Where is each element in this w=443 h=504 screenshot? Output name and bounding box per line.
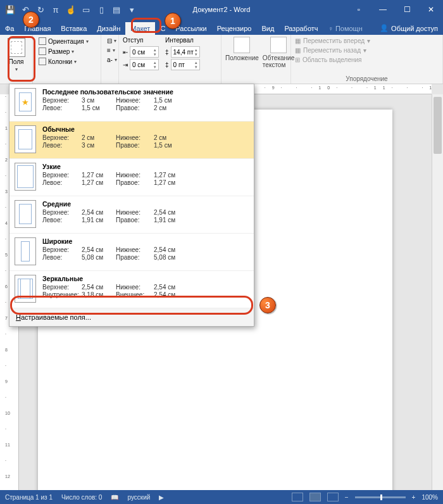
touch-icon[interactable]: ☝ (65, 3, 77, 16)
indent-label: Отступ (123, 37, 159, 44)
close-button[interactable]: ✕ (419, 0, 443, 19)
margins-preset-icon (15, 88, 36, 116)
margins-preset-title: Последнее пользовательское значение (42, 88, 249, 96)
window-title: Документ2 - Word (193, 6, 251, 13)
position-button[interactable]: Положение (225, 37, 259, 61)
zoom-out-button[interactable]: − (345, 494, 349, 501)
share-button[interactable]: 👤 Общий доступ (375, 22, 443, 35)
status-bar: Страница 1 из 1 Число слов: 0 📖 русский … (0, 490, 443, 504)
view-print-button[interactable] (309, 493, 321, 501)
indent-left-input[interactable]: 0 см▴▾ (130, 46, 159, 58)
zoom-level[interactable]: 100% (421, 494, 438, 501)
margins-preset-icon (15, 125, 36, 153)
orientation-button[interactable]: Ориентация ▾ (37, 37, 97, 46)
wrap-text-button[interactable]: Обтекание текстом (263, 37, 294, 68)
save-icon[interactable]: 💾 (4, 3, 16, 16)
view-read-button[interactable] (292, 493, 303, 501)
zoom-in-button[interactable]: + (412, 494, 416, 501)
scrollbar-thumb[interactable] (434, 97, 442, 154)
margins-preset-title: Средние (42, 200, 249, 208)
status-proofing-icon[interactable]: 📖 (111, 494, 118, 501)
status-macro-icon[interactable]: ▶ (159, 494, 164, 501)
tab-file[interactable]: Фа (0, 22, 19, 35)
chevron-down-icon: ▾ (15, 66, 18, 72)
margins-preset-item[interactable]: Средние Верхнее:2,54 см Нижнее:2,54 см Л… (9, 196, 254, 234)
line-numbers-button[interactable]: ≡▾ (105, 46, 115, 54)
margins-dropdown: Последнее пользовательское значение Верх… (9, 84, 254, 327)
custom-margins-button[interactable]: Настраиваемые поля... (9, 308, 254, 326)
margins-preset-item[interactable]: Обычные Верхнее:2 см Нижнее:2 см Левое:3… (9, 122, 254, 159)
wrap-icon (270, 37, 287, 53)
margins-preset-title: Зеркальные (42, 275, 249, 282)
margins-preset-title: Обычные (42, 125, 249, 133)
title-bar: 💾 ↶ ↻ π ☝ ▭ ▯ ▤ ▾ Документ2 - Word ▫ — ☐… (0, 0, 443, 19)
tab-view[interactable]: Вид (256, 22, 279, 35)
status-words[interactable]: Число слов: 0 (61, 494, 102, 501)
qa-icon[interactable]: ▯ (95, 3, 108, 16)
columns-button[interactable]: Колонки ▾ (37, 57, 97, 66)
qa-icon[interactable]: π (49, 3, 62, 16)
margins-preset-title: Узкие (42, 163, 249, 170)
tab-layout[interactable]: Макет (125, 22, 155, 35)
qa-icon[interactable]: ▤ (110, 3, 123, 16)
spacing-after-input[interactable]: 0 пт▴▾ (171, 59, 200, 70)
margins-preset-icon (15, 237, 36, 265)
maximize-button[interactable]: ☐ (395, 0, 419, 19)
spacing-before-input[interactable]: 14,4 пт▴▾ (171, 46, 200, 58)
tab-insert[interactable]: Вставка (56, 22, 92, 35)
send-backward-button[interactable]: ▦ Переместить назад ▾ (295, 46, 439, 54)
margins-preset-item[interactable]: Последнее пользовательское значение Верх… (9, 84, 254, 122)
view-web-button[interactable] (327, 493, 339, 501)
bring-forward-button[interactable]: ▦ Переместить вперед ▾ (295, 37, 439, 45)
ribbon-options-icon[interactable]: ▫ (347, 0, 371, 19)
margins-label: Поля (9, 58, 24, 65)
tab-developer[interactable]: Разработч (279, 22, 323, 35)
indent-right-icon: ⇥ (123, 61, 128, 68)
margins-preset-item[interactable]: Широкие Верхнее:2,54 см Нижнее:2,54 см Л… (9, 234, 254, 271)
quick-access-toolbar: 💾 ↶ ↻ π ☝ ▭ ▯ ▤ ▾ (0, 0, 142, 19)
tab-review[interactable]: Рецензиро (212, 22, 257, 35)
margins-preset-item[interactable]: Зеркальные Верхнее:2,54 см Нижнее:2,54 с… (9, 271, 254, 308)
tab-design[interactable]: Дизайн (92, 22, 125, 35)
breaks-button[interactable]: ⊟▾ (105, 37, 115, 45)
minimize-button[interactable]: — (371, 0, 395, 19)
selection-pane-button[interactable]: ⊞ Область выделения (295, 56, 439, 64)
qa-more-icon[interactable]: ▾ (125, 3, 138, 16)
indent-left-icon: ⇤ (123, 49, 128, 56)
columns-icon (39, 58, 46, 65)
callout-number-1: 1 (165, 13, 181, 29)
margins-icon (8, 38, 25, 57)
status-language[interactable]: русский (127, 494, 150, 501)
margins-preset-icon (15, 163, 36, 191)
hyphenation-button[interactable]: a-▾ (105, 56, 115, 64)
spacing-before-icon: ‡ (165, 49, 169, 56)
margins-preset-title: Широкие (42, 237, 249, 245)
status-page[interactable]: Страница 1 из 1 (5, 494, 53, 501)
tab-tell-me[interactable]: ♀ Помощн (323, 22, 368, 35)
callout-number-2: 2 (23, 11, 39, 28)
indent-right-input[interactable]: 0 см▴▾ (130, 59, 159, 70)
size-icon (39, 47, 46, 55)
spacing-after-icon: ‡ (165, 61, 169, 68)
spacing-label: Интервал (165, 37, 200, 44)
margins-preset-icon (15, 200, 36, 228)
position-icon (234, 37, 250, 53)
orientation-icon (39, 37, 46, 45)
callout-number-3: 3 (259, 297, 276, 313)
margins-preset-item[interactable]: Узкие Верхнее:1,27 см Нижнее:1,27 см Лев… (9, 159, 254, 196)
qa-icon[interactable]: ▭ (80, 3, 92, 16)
margins-preset-icon (15, 275, 36, 303)
ribbon-tabs: Фа Главная Вставка Дизайн Макет С Рассыл… (0, 19, 443, 35)
margins-button[interactable]: Поля ▾ (4, 37, 28, 73)
size-button[interactable]: Размер ▾ (37, 47, 97, 56)
vertical-scrollbar[interactable] (432, 94, 443, 490)
arrange-group-label: Упорядочение (295, 75, 439, 82)
ribbon: Поля ▾ Ориентация ▾ Размер ▾ Колонки ▾ ⊟… (0, 35, 443, 84)
zoom-slider[interactable] (355, 496, 406, 498)
